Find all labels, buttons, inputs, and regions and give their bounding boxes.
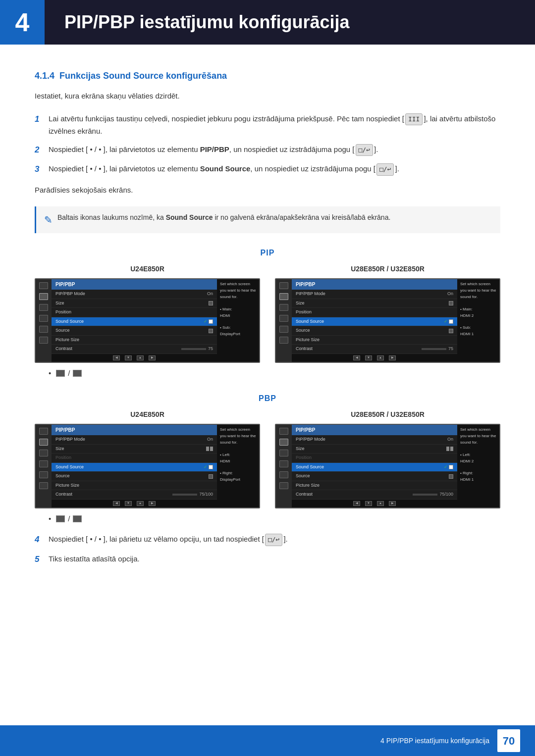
menu-pip-mode: PIP/PBP ModeOn — [52, 290, 217, 299]
pbp-u28-screenshot: PIP/PBP PIP/PBP ModeOn Size Position — [275, 424, 500, 508]
section-heading: 4.1.4 Funkcijas Sound Source konfigurēša… — [35, 69, 500, 83]
pbp-sidebar-icon-u28-3 — [279, 450, 288, 456]
pbp-size: Size — [52, 445, 217, 454]
pbp-menu-title-2: PIP/PBP — [292, 425, 457, 435]
pbp-position: Position — [52, 454, 217, 463]
monitor-right-info: Set which screen you want to hear the so… — [217, 279, 259, 362]
main-content: 4.1.4 Funkcijas Sound Source konfigurēša… — [0, 45, 535, 604]
menu-position: Position — [52, 308, 217, 317]
pbp-u28-col: U28E850R / U32E850R PIP/PBP PIP/PBP Mode… — [275, 409, 500, 508]
pbp-nav-right-2[interactable]: ▶ — [389, 501, 396, 506]
pbp-sidebar-icon-2 — [39, 439, 48, 446]
pbp-u28-label: U28E850R / U32E850R — [351, 409, 425, 420]
sq-icon-1 — [56, 370, 65, 377]
pbp-nav-2: ◀ ▼ ▲ ▶ — [292, 500, 457, 507]
nav-btn-up[interactable]: ▲ — [137, 355, 144, 360]
pbp-info-left-2: • Left:HDMI 2 — [460, 452, 496, 465]
menu-source-2: Source — [292, 326, 457, 336]
pbp-bullet-squares: • / — [49, 513, 500, 525]
menu-size-2: Size — [292, 299, 457, 308]
pbp-sidebar-icon-6 — [39, 482, 48, 489]
sidebar-icon-u28-1 — [279, 282, 288, 289]
nav-btn-up-2[interactable]: ▲ — [377, 355, 384, 360]
page-footer: 4 PIP/PBP iestatījumu konfigurācija 70 — [0, 725, 535, 756]
menu-size: Size — [52, 299, 217, 308]
pbp-contrast: Contrast 75/100 — [52, 490, 217, 500]
info-main-2: • Main:HDMI 2 — [460, 306, 496, 319]
sq-icon-pbp-1 — [56, 515, 65, 522]
kbd-icon-enter3: □/↩ — [265, 534, 282, 546]
pbp-info-right: • Right:DisplayPort — [220, 470, 256, 483]
pbp-sidebar-icon-u28-5 — [279, 471, 288, 478]
intro-text: Iestatiet, kura ekrāna skaņu vēlaties dz… — [35, 91, 500, 102]
info-main: • Main:HDMI — [220, 306, 256, 319]
pip-bullet-squares: • / — [49, 368, 500, 379]
kbd-icon-enter2: □/↩ — [376, 163, 394, 175]
nav-btn-right[interactable]: ▶ — [149, 355, 156, 360]
sidebar-icon-6 — [39, 337, 48, 344]
nav-btn-down[interactable]: ▼ — [125, 355, 132, 360]
kbd-icon-menu: III — [405, 113, 423, 125]
footer-page-number: 70 — [497, 729, 520, 752]
menu-title-2: PIP/PBP — [292, 279, 457, 290]
pip-u24-col: U24E850R PIP/PBP PIP/PBP ModeOn — [35, 264, 260, 363]
info-sub: • Sub:DisplayPort — [220, 325, 256, 338]
pbp-pip-mode-2: PIP/PBP ModeOn — [292, 435, 457, 445]
menu-picture-size-2: Picture Size — [292, 336, 457, 345]
pbp-right-info: Set which screen you want to hear the so… — [217, 425, 259, 507]
pbp-right-info-2: Set which screen you want to hear the so… — [457, 425, 499, 507]
pbp-sound-source-2: Sound Source ✓ — [292, 463, 457, 472]
pbp-nav-right[interactable]: ▶ — [149, 501, 156, 506]
sq-icon-2 — [73, 370, 82, 377]
pbp-sidebar-icon-5 — [39, 471, 48, 478]
pbp-nav-left-2[interactable]: ◀ — [353, 501, 360, 506]
sidebar-icon-u28-4 — [279, 315, 288, 322]
monitor-sidebar — [36, 279, 52, 362]
pbp-picture-size-2: Picture Size — [292, 481, 457, 491]
pip-u24-label: U24E850R — [130, 264, 164, 274]
sidebar-icon-4 — [39, 315, 48, 322]
pbp-sidebar-1 — [36, 425, 52, 507]
pbp-size-2: Size — [292, 445, 457, 454]
pbp-contrast-2: Contrast 75/100 — [292, 490, 457, 500]
monitor-nav-2: ◀ ▼ ▲ ▶ — [292, 354, 457, 362]
pbp-nav-down[interactable]: ▼ — [125, 501, 132, 506]
nav-btn-right-2[interactable]: ▶ — [389, 355, 396, 360]
info-title: Set which screen you want to hear the so… — [220, 281, 256, 300]
steps-list: 1 Lai atvērtu funkcijas taustiņu ceļvedi… — [35, 113, 500, 176]
sidebar-icon-u28-5 — [279, 326, 288, 333]
pbp-nav-down-2[interactable]: ▼ — [365, 501, 372, 506]
pbp-sidebar-icon-3 — [39, 450, 48, 456]
sq-icon-pbp-2 — [73, 515, 82, 522]
nav-btn-left-2[interactable]: ◀ — [353, 355, 360, 360]
pbp-nav-left[interactable]: ◀ — [113, 501, 120, 506]
pbp-source: Source — [52, 472, 217, 481]
monitor-main-menu-2: PIP/PBP PIP/PBP ModeOn Size Position Sou… — [292, 279, 457, 362]
step-1: 1 Lai atvērtu funkcijas taustiņu ceļvedi… — [35, 113, 500, 137]
pbp-sidebar-icon-4 — [39, 460, 48, 467]
pip-u28-col: U28E850R / U32E850R PIP/PBP PIP/PBP Mode… — [275, 264, 500, 363]
note-icon: ✎ — [44, 212, 53, 227]
kbd-icon-enter1: □/↩ — [356, 144, 373, 156]
pbp-info-title: Set which screen you want to hear the so… — [220, 427, 256, 446]
menu-contrast: Contrast 75 — [52, 345, 217, 354]
sidebar-icon-u28-3 — [279, 304, 288, 311]
pbp-info-right-2: • Right:HDMI 1 — [460, 470, 496, 483]
info-sub-2: • Sub:HDMI 1 — [460, 325, 496, 338]
pbp-nav-up-2[interactable]: ▲ — [377, 501, 384, 506]
menu-position-2: Position — [292, 308, 457, 317]
footer-text: 4 PIP/PBP iestatījumu konfigurācija — [380, 736, 489, 746]
chapter-number: 4 — [0, 0, 45, 45]
menu-pip-mode-2: PIP/PBP ModeOn — [292, 290, 457, 299]
menu-sound-source-2: Sound Source ✓ — [292, 317, 457, 327]
nav-btn-left[interactable]: ◀ — [113, 355, 120, 360]
nav-btn-down-2[interactable]: ▼ — [365, 355, 372, 360]
sidebar-icon-2 — [39, 293, 48, 300]
pbp-main-menu: PIP/PBP PIP/PBP ModeOn Size Position — [52, 425, 217, 507]
pbp-menu-title: PIP/PBP — [52, 425, 217, 435]
pbp-u24-col: U24E850R PIP/PBP PIP/PBP ModeOn S — [35, 409, 260, 508]
note-text: Baltais ikonas laukums nozīmē, ka Sound … — [57, 212, 390, 223]
pbp-sidebar-icon-1 — [39, 428, 48, 435]
pip-device-row: U24E850R PIP/PBP PIP/PBP ModeOn — [35, 264, 500, 363]
pbp-nav-up[interactable]: ▲ — [137, 501, 144, 506]
